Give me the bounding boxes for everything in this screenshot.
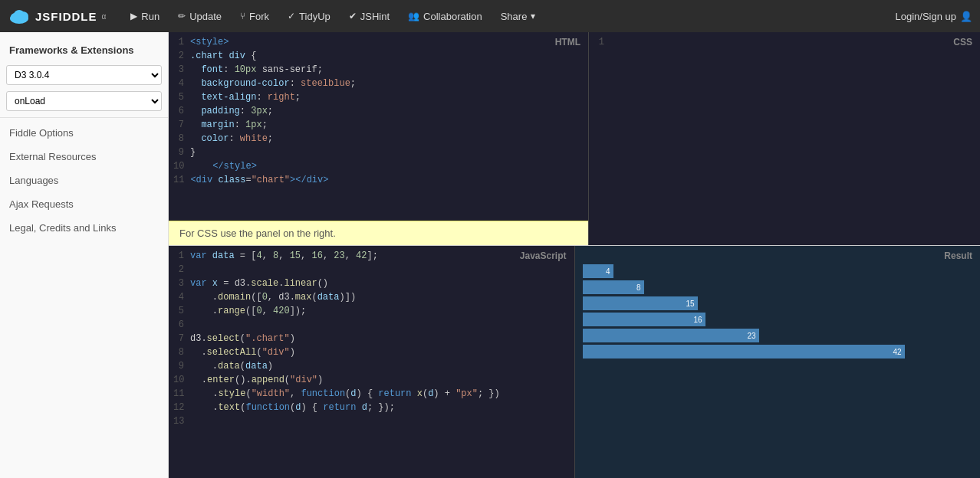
js-line-5: 5 .range([0, 420]); (169, 304, 574, 318)
main-layout: Frameworks & Extensions D3 3.0.4 onLoad … (0, 32, 980, 478)
js-line-11: 11 .style("width", function(d) { return … (169, 387, 574, 401)
sidebar-divider-1 (0, 117, 168, 118)
login-button[interactable]: Login/Sign up 👤 (895, 11, 972, 22)
js-line-6: 6 (169, 318, 574, 332)
bar: 23 (583, 329, 759, 342)
framework-select[interactable]: D3 3.0.4 (6, 65, 162, 85)
sidebar-item-ajax-requests[interactable]: Ajax Requests (0, 192, 168, 216)
js-editor-panel: JavaScript 1 var data = [4, 8, 15, 16, 2… (169, 246, 575, 478)
share-button[interactable]: Share ▾ (492, 0, 545, 32)
nav-right[interactable]: Login/Sign up 👤 (895, 11, 972, 22)
user-icon: 👤 (960, 11, 972, 22)
bar-row: 16 (583, 313, 973, 326)
navbar: JSFIDDLE α ▶ Run ✏ Update ⑂ Fork ✓ TidyU… (0, 0, 980, 32)
bar-row: 15 (583, 296, 973, 310)
sidebar-item-fiddle-options[interactable]: Fiddle Options (0, 121, 168, 145)
js-line-3: 3 var x = d3.scale.linear() (169, 277, 574, 290)
html-line-11: 11 <div class="chart"></div> (169, 173, 588, 187)
result-panel: Result 4815162342 (575, 246, 981, 478)
editors-bottom-row: JavaScript 1 var data = [4, 8, 15, 16, 2… (169, 246, 980, 478)
sidebar-item-languages[interactable]: Languages (0, 169, 168, 192)
fork-button[interactable]: ⑂ Fork (231, 0, 278, 32)
run-button[interactable]: ▶ Run (121, 0, 169, 32)
pencil-icon: ✏ (178, 11, 186, 21)
logo-alpha: α (102, 12, 107, 21)
html-line-5: 5 text-align: right; (169, 90, 588, 104)
html-line-6: 6 padding: 3px; (169, 104, 588, 118)
html-editor-content[interactable]: 1 <style> 2 .chart div { 3 font: 10px sa… (169, 32, 588, 221)
sidebar-item-legal[interactable]: Legal, Credits and Links (0, 216, 168, 240)
js-editor-content[interactable]: 1 var data = [4, 8, 15, 16, 23, 42]; 2 3… (169, 246, 574, 478)
bar-row: 42 (583, 345, 973, 358)
result-label: Result (944, 250, 972, 261)
bar: 16 (583, 313, 705, 326)
html-line-10: 10 </style> (169, 159, 588, 173)
sidebar-item-external-resources[interactable]: External Resources (0, 145, 168, 169)
html-line-7: 7 margin: 1px; (169, 118, 588, 132)
js-line-7: 7 d3.select(".chart") (169, 332, 574, 345)
css-warning-banner: For CSS use the panel on the right. (169, 221, 588, 245)
html-editor-panel: HTML 1 <style> 2 .chart div { 3 font: 10… (169, 32, 589, 245)
html-line-8: 8 color: white; (169, 132, 588, 146)
bar-row: 23 (583, 329, 973, 342)
js-line-4: 4 .domain([0, d3.max(data)]) (169, 290, 574, 304)
load-select[interactable]: onLoad (6, 91, 162, 111)
css-label: CSS (953, 37, 972, 47)
html-line-4: 4 background-color: steelblue; (169, 77, 588, 90)
html-line-1: 1 <style> (169, 35, 588, 49)
bar-row: 4 (583, 264, 973, 278)
sidebar-title: Frameworks & Extensions (0, 40, 168, 62)
js-line-12: 12 .text(function(d) { return d; }); (169, 401, 574, 414)
logo-area: JSFIDDLE α (8, 5, 106, 28)
js-line-8: 8 .selectAll("div") (169, 345, 574, 359)
html-line-2: 2 .chart div { (169, 49, 588, 63)
html-label: HTML (555, 37, 580, 47)
checkmark-icon: ✔ (349, 11, 357, 21)
js-label: JavaScript (520, 250, 567, 261)
editors-top-row: HTML 1 <style> 2 .chart div { 3 font: 10… (169, 32, 980, 246)
bar: 42 (583, 345, 905, 358)
bar: 4 (583, 264, 613, 278)
js-line-10: 10 .enter().append("div") (169, 373, 574, 387)
editors-area: HTML 1 <style> 2 .chart div { 3 font: 10… (169, 32, 980, 478)
result-bars: 4815162342 (575, 258, 981, 365)
dropdown-icon: ▾ (531, 11, 535, 21)
js-line-1: 1 var data = [4, 8, 15, 16, 23, 42]; (169, 249, 574, 263)
css-editor-panel: CSS 1 (589, 32, 980, 245)
nav-items: ▶ Run ✏ Update ⑂ Fork ✓ TidyUp ✔ JSHint … (121, 0, 895, 32)
js-line-9: 9 .data(data) (169, 359, 574, 373)
logo-icon (8, 5, 31, 28)
css-editor-content[interactable]: 1 (589, 32, 980, 245)
tidyup-button[interactable]: ✓ TidyUp (278, 0, 340, 32)
js-line-13: 13 (169, 414, 574, 428)
bar: 8 (583, 280, 644, 294)
update-button[interactable]: ✏ Update (169, 0, 231, 32)
html-line-3: 3 font: 10px sans-serif; (169, 63, 588, 77)
bar-row: 8 (583, 280, 973, 294)
logo-text: JSFIDDLE (35, 10, 97, 23)
css-line-1: 1 (589, 35, 980, 49)
html-line-9: 9 } (169, 146, 588, 159)
check-icon: ✓ (288, 11, 295, 21)
collab-icon: 👥 (408, 11, 419, 21)
fork-icon: ⑂ (240, 11, 245, 21)
collaboration-button[interactable]: 👥 Collaboration (399, 0, 492, 32)
js-line-2: 2 (169, 263, 574, 277)
jshint-button[interactable]: ✔ JSHint (340, 0, 399, 32)
sidebar: Frameworks & Extensions D3 3.0.4 onLoad … (0, 32, 169, 478)
bar: 15 (583, 296, 698, 310)
svg-point-3 (14, 10, 25, 19)
run-icon: ▶ (130, 11, 137, 21)
